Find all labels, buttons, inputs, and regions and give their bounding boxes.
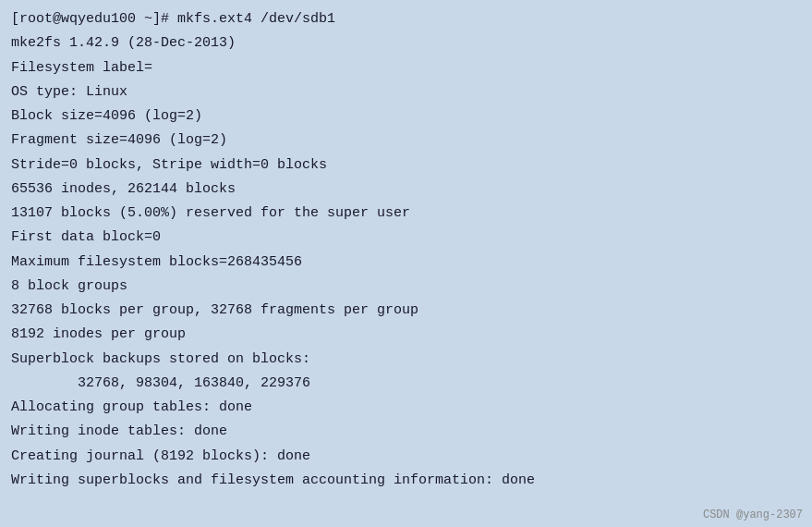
terminal-line-superblockvals: 32768, 98304, 163840, 229376 bbox=[11, 372, 801, 396]
terminal-line-ostype: OS type: Linux bbox=[11, 80, 801, 104]
terminal-line-fragsize: Fragment size=4096 (log=2) bbox=[11, 129, 801, 153]
terminal-line-mke2fs: mke2fs 1.42.9 (28-Dec-2013) bbox=[11, 31, 801, 55]
terminal-line-blocksize: Block size=4096 (log=2) bbox=[11, 104, 801, 129]
terminal-line-cmd: [root@wqyedu100 ~]# mkfs.ext4 /dev/sdb1 bbox=[11, 7, 801, 31]
terminal-line-writingsuper: Writing superblocks and filesystem accou… bbox=[11, 469, 801, 493]
terminal-window: [root@wqyedu100 ~]# mkfs.ext4 /dev/sdb1m… bbox=[0, 0, 812, 527]
terminal-line-fslabel: Filesystem label= bbox=[11, 56, 801, 80]
terminal-line-inodespergroup: 8192 inodes per group bbox=[11, 323, 801, 347]
terminal-line-stride: Stride=0 blocks, Stripe width=0 blocks bbox=[11, 153, 801, 178]
terminal-line-journal: Creating journal (8192 blocks): done bbox=[11, 445, 801, 469]
watermark: CSDN @yang-2307 bbox=[703, 509, 803, 521]
terminal-line-allocating: Allocating group tables: done bbox=[11, 396, 801, 420]
terminal-line-writinginode: Writing inode tables: done bbox=[11, 420, 801, 444]
terminal-line-firstdata: First data block=0 bbox=[11, 226, 801, 250]
terminal-line-reserved: 13107 blocks (5.00%) reserved for the su… bbox=[11, 202, 801, 226]
terminal-line-blockspergroup: 32768 blocks per group, 32768 fragments … bbox=[11, 299, 801, 323]
terminal-line-superblock: Superblock backups stored on blocks: bbox=[11, 348, 801, 372]
terminal-line-maxfs: Maximum filesystem blocks=268435456 bbox=[11, 251, 801, 275]
terminal-line-blockgroups: 8 block groups bbox=[11, 275, 801, 299]
terminal-line-inodes: 65536 inodes, 262144 blocks bbox=[11, 178, 801, 202]
